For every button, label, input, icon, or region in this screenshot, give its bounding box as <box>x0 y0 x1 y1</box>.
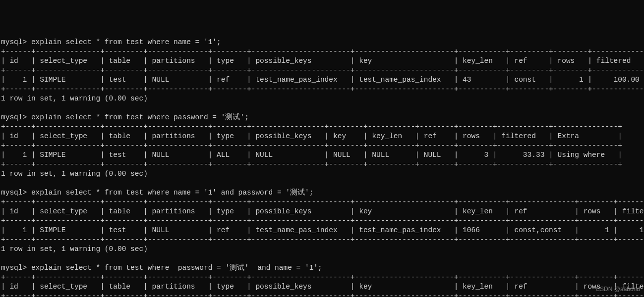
terminal-output: mysql> explain select * from test where … <box>0 38 644 297</box>
watermark: CSDN @aabond <box>595 285 640 294</box>
